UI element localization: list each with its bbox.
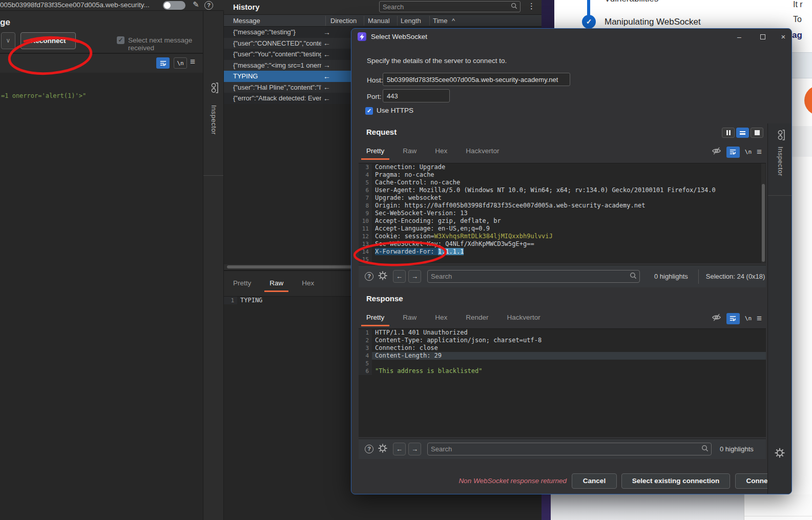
code-line: 7Upgrade: websocket: [359, 194, 766, 202]
hide-nonprintable-icon[interactable]: [712, 146, 721, 158]
inspector-sidebar[interactable]: Inspector: [767, 123, 792, 494]
column-manual[interactable]: Manual: [368, 17, 390, 25]
settings-gear-icon[interactable]: [774, 447, 785, 461]
intercept-toggle[interactable]: [163, 1, 185, 10]
tab-raw[interactable]: Raw: [400, 144, 420, 160]
history-search-box[interactable]: [379, 1, 520, 12]
vertical-scrollbar[interactable]: [761, 163, 765, 263]
dialog-titlebar[interactable]: Select WebSocket – ×: [351, 29, 792, 44]
select-next-label: Select next message received: [128, 36, 203, 52]
tab-pretty[interactable]: Pretty: [363, 144, 387, 160]
code-text: Upgrade: websocket: [372, 194, 766, 202]
inspector-sidebar[interactable]: Inspector: [203, 11, 224, 520]
reconnect-dropdown-button[interactable]: ∨: [1, 32, 15, 49]
tab-hackvertor[interactable]: Hackvertor: [504, 310, 544, 326]
column-direction[interactable]: Direction: [330, 17, 357, 25]
message-editor[interactable]: =1 onerror='alert(1)'>": [0, 73, 203, 520]
close-button[interactable]: ×: [776, 31, 791, 43]
port-input[interactable]: [383, 89, 450, 102]
code-line: 10Accept-Encoding: gzip, deflate, br: [359, 217, 766, 225]
layout-single-icon[interactable]: [751, 128, 763, 138]
host-input[interactable]: [383, 73, 570, 86]
gear-icon[interactable]: [378, 271, 388, 283]
response-search-box[interactable]: [427, 443, 712, 455]
help-icon[interactable]: ?: [365, 272, 373, 281]
tab-hex[interactable]: Hex: [432, 310, 450, 326]
next-match-button[interactable]: →: [408, 270, 421, 283]
code-text: [372, 256, 766, 263]
code-text: Connection: close: [372, 344, 766, 352]
background-page-strip: [551, 494, 812, 520]
gear-icon[interactable]: [378, 443, 388, 455]
edit-pencil-icon[interactable]: ✎: [193, 0, 199, 9]
column-length[interactable]: Length: [401, 17, 421, 25]
line-number: 4: [359, 171, 372, 179]
tab-raw[interactable]: Raw: [266, 276, 286, 292]
request-panel: Request PrettyRawHexHackvertor \n ≡ 3Con…: [359, 123, 766, 287]
dialog-subtitle: Specify the details of the server to con…: [367, 57, 507, 65]
tab-hackvertor[interactable]: Hackvertor: [463, 144, 502, 160]
layout-rows-icon[interactable]: [736, 128, 749, 138]
code-text: HTTP/1.1 401 Unauthorized: [372, 329, 766, 337]
hide-nonprintable-icon[interactable]: [712, 313, 721, 324]
prev-match-button[interactable]: ←: [393, 443, 406, 455]
show-newlines-icon[interactable]: \n: [174, 57, 187, 69]
minimize-button[interactable]: –: [732, 31, 747, 43]
code-text: Pragma: no-cache: [372, 171, 766, 179]
editor-menu-icon[interactable]: ≡: [757, 147, 762, 157]
highlights-count: 0 highlights: [654, 273, 688, 280]
tab-pretty[interactable]: Pretty: [230, 276, 254, 292]
highlights-count: 0 highlights: [720, 445, 754, 453]
search-icon: [701, 445, 709, 454]
scrollbar-thumb[interactable]: [227, 265, 353, 268]
tab-raw[interactable]: Raw: [400, 310, 420, 326]
request-search-input[interactable]: [428, 273, 630, 280]
request-search-box[interactable]: [427, 270, 640, 283]
screen: { "main_window": { "url_text": "005b0399…: [0, 0, 812, 520]
line-number: 5: [359, 179, 372, 186]
browser-link-fragment[interactable]: ag: [792, 30, 802, 40]
select-next-checkbox[interactable]: ✓: [117, 36, 124, 44]
history-menu-icon[interactable]: ⋮: [528, 2, 535, 11]
help-icon[interactable]: ?: [365, 445, 373, 453]
request-tabs: PrettyRawHexHackvertor: [363, 144, 515, 160]
layout-columns-icon[interactable]: [722, 128, 735, 138]
prev-match-button[interactable]: ←: [393, 270, 406, 283]
word-wrap-icon[interactable]: [156, 57, 170, 69]
editor-menu-icon[interactable]: ≡: [190, 57, 195, 67]
response-tabs: PrettyRawHexRenderHackvertor: [363, 310, 556, 326]
response-editor[interactable]: 1HTTP/1.1 401 Unauthorized2Content-Type:…: [359, 328, 766, 437]
response-editor-icons: \n ≡: [712, 313, 762, 324]
browser-nav-item[interactable]: Manipulating WebSocket: [605, 17, 701, 27]
tab-pretty[interactable]: Pretty: [363, 310, 387, 326]
tab-hex[interactable]: Hex: [432, 144, 450, 160]
history-title: History: [233, 3, 260, 11]
next-match-button[interactable]: →: [408, 443, 421, 455]
use-https-checkbox[interactable]: ✓: [365, 107, 373, 115]
history-search-input[interactable]: [380, 3, 511, 11]
tab-render[interactable]: Render: [463, 310, 491, 326]
response-search-bar: ? ← → 0 highlights: [359, 439, 766, 459]
column-time[interactable]: Time: [433, 17, 447, 25]
help-icon[interactable]: ?: [204, 1, 213, 10]
code-line: 1HTTP/1.1 401 Unauthorized: [359, 329, 766, 337]
reconnect-button[interactable]: Reconnect: [20, 32, 76, 49]
response-search-input[interactable]: [428, 445, 701, 453]
maximize-button[interactable]: [755, 31, 771, 43]
tab-hex[interactable]: Hex: [299, 276, 317, 292]
show-newlines-icon[interactable]: \n: [745, 149, 752, 155]
code-text: Connection: Upgrade: [372, 163, 766, 171]
word-wrap-icon[interactable]: [726, 313, 740, 324]
request-editor[interactable]: 3Connection: Upgrade4Pragma: no-cache5Ca…: [359, 163, 766, 263]
editor-menu-icon[interactable]: ≡: [757, 314, 762, 324]
select-websocket-dialog: Select WebSocket – × Specify the details…: [351, 28, 792, 494]
toggle-knob: [164, 2, 171, 9]
select-existing-connection-button[interactable]: Select existing connection: [621, 473, 730, 489]
request-search-bar: ? ← → 0 highlights Selection: 24 (0x18): [359, 265, 766, 287]
show-newlines-icon[interactable]: \n: [745, 315, 752, 322]
history-row-message: TYPING: [224, 72, 321, 80]
scrollbar-thumb[interactable]: [762, 184, 765, 262]
column-message[interactable]: Message: [233, 17, 260, 25]
word-wrap-icon[interactable]: [726, 147, 740, 158]
cancel-button[interactable]: Cancel: [572, 473, 617, 489]
